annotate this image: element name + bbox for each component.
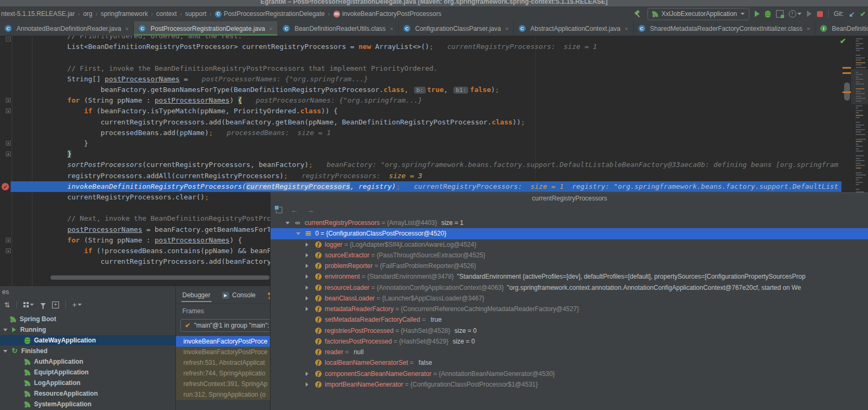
breakpoint-icon[interactable]: ✓ <box>2 183 9 190</box>
code-line[interactable]: if (beanFactory.isTypeMatch(ppName, Prio… <box>34 106 338 116</box>
error-stripe-mark[interactable] <box>842 67 851 69</box>
stop-button[interactable] <box>817 11 823 17</box>
chevron-right-icon[interactable] <box>306 264 308 268</box>
service-item-finished[interactable]: ↻Finished <box>0 346 175 356</box>
fold-marker-icon[interactable]: ∨ <box>6 98 11 103</box>
variable-row[interactable]: fcomponentScanBeanNameGenerator = {Annot… <box>271 369 868 379</box>
variable-row[interactable]: fregistriesPostProcessed = {HashSet@4528… <box>271 325 868 336</box>
breadcrumb-item[interactable]: org <box>83 10 92 18</box>
close-icon[interactable]: × <box>625 26 628 32</box>
editor-tab[interactable]: CSharedMetadataReaderFactoryContextIniti… <box>634 21 815 36</box>
variable-row[interactable]: fproblemReporter = {FailFastProblemRepor… <box>271 261 868 271</box>
code-line[interactable]: if (!processedBeans.contains(ppName) && … <box>34 246 275 256</box>
variable-row[interactable]: ∞currentRegistryProcessors = {ArrayList@… <box>271 217 868 228</box>
breadcrumb-item[interactable]: minvokeBeanFactoryPostProcessors <box>333 10 442 18</box>
copy-value-icon[interactable] <box>276 207 282 213</box>
back-icon[interactable]: ← <box>291 206 298 214</box>
breadcrumb-item[interactable]: springframework <box>100 10 148 18</box>
code-line[interactable]: postProcessorNames = beanFactory.getBean… <box>34 224 275 235</box>
code-line[interactable]: processedBeans.add(ppName);processedBean… <box>34 128 331 138</box>
close-icon[interactable]: × <box>505 26 508 32</box>
code-line[interactable]: invokeBeanDefinitionRegistryPostProcesso… <box>34 181 838 192</box>
breadcrumb-item[interactable]: ntext-5.1.15.RELEASE.jar <box>1 10 75 18</box>
variable-row[interactable]: fbeanClassLoader = {Launcher$AppClassLoa… <box>271 293 868 304</box>
code-line[interactable]: for (String ppName : postProcessorNames)… <box>34 95 422 106</box>
service-item-systemapplication[interactable]: SystemApplication <box>0 399 175 409</box>
close-icon[interactable]: × <box>390 26 393 32</box>
variable-row[interactable]: flogger = {LogAdapter$Slf4jLocationAware… <box>271 239 868 250</box>
chevron-right-icon[interactable] <box>306 253 308 257</box>
editor-tab[interactable]: CAnnotatedBeanDefinitionReader.java× <box>0 21 134 36</box>
chevron-down-icon[interactable] <box>3 350 7 353</box>
git-update-icon[interactable]: ↙ <box>849 10 855 18</box>
code-line[interactable]: currentRegistryProcessors.add(beanFactor… <box>34 117 525 128</box>
code-line[interactable]: // First, invoke the BeanDefinitionRegis… <box>34 63 437 74</box>
code-line[interactable]: beanFactory.getBeanNamesForType(BeanDefi… <box>34 85 499 95</box>
git-commit-icon[interactable]: ✔ <box>860 10 866 18</box>
variable-row[interactable]: fimportBeanNameGenerator = {Configuratio… <box>271 379 868 390</box>
breadcrumb-item[interactable]: CPostProcessorRegistrationDelegate <box>215 10 325 18</box>
code-line[interactable]: } <box>34 149 71 160</box>
variable-row[interactable]: fmetadataReaderFactory = {ConcurrentRefe… <box>271 304 868 314</box>
chevron-down-icon[interactable] <box>285 222 290 224</box>
chevron-down-icon[interactable] <box>296 232 300 235</box>
breadcrumb-item[interactable]: context <box>156 10 177 18</box>
editor-tab[interactable]: IBeanDefinitionRegistryPos <box>815 21 868 36</box>
code-line[interactable]: for (String ppName : postProcessorNames)… <box>34 235 242 246</box>
filter-icon[interactable] <box>40 303 46 306</box>
chevron-right-icon[interactable] <box>306 372 308 376</box>
chevron-right-icon[interactable] <box>306 307 308 311</box>
chevron-right-icon[interactable] <box>306 242 308 247</box>
run-button[interactable] <box>755 11 760 17</box>
variable-row[interactable]: fresourceLoader = {AnnotationConfigAppli… <box>271 282 868 293</box>
debug-button[interactable] <box>765 11 771 18</box>
horizontal-scrollbar[interactable] <box>50 275 269 280</box>
add-icon[interactable]: + <box>72 300 82 309</box>
code-line[interactable]: registryProcessors.addAll(currentRegistr… <box>34 171 422 181</box>
group-by-icon[interactable] <box>23 302 34 307</box>
service-item-equiptapplication[interactable]: EquiptApplication <box>0 367 175 378</box>
profiler-button[interactable] <box>789 10 802 18</box>
build-icon[interactable] <box>634 10 642 18</box>
fold-marker-icon[interactable]: ∨ <box>6 248 11 253</box>
code-line[interactable]: currentRegistryProcessors.clear(); <box>34 192 209 203</box>
code-line[interactable]: // PriorityOrdered, Ordered, and the res… <box>34 36 242 41</box>
add-service-icon[interactable]: + <box>52 302 59 308</box>
collapse-all-icon[interactable]: ⇅ <box>4 301 10 309</box>
variable-row[interactable]: flocalBeanNameGeneratorSet = false <box>271 357 868 368</box>
service-item-gatewayapplication[interactable]: GateWayApplication <box>0 335 175 346</box>
editor-tab[interactable]: CAbstractApplicationContext.java× <box>514 21 634 36</box>
fold-marker-icon[interactable]: ∧ <box>6 141 11 146</box>
tab-debugger[interactable]: Debugger <box>182 291 210 299</box>
inspections-ok-icon[interactable]: ✔ <box>840 37 846 45</box>
service-item-logapplication[interactable]: LogApplication <box>0 378 175 388</box>
variable-row[interactable]: 0 = {ConfigurationClassPostProcessor@452… <box>271 228 868 239</box>
service-item-spring-boot[interactable]: Spring Boot <box>0 314 175 324</box>
run-configuration-select[interactable]: XxlJobExecutorApplication <box>647 8 749 20</box>
close-icon[interactable]: × <box>807 26 810 32</box>
variable-row[interactable]: fenvironment = {StandardEnvironment@3478… <box>271 271 868 282</box>
chevron-right-icon[interactable] <box>306 382 308 387</box>
service-item-authapplication[interactable]: AuthApplication <box>0 356 175 367</box>
code-line[interactable]: } <box>34 138 88 149</box>
variable-row[interactable]: fsetMetadataReaderFactoryCalled = true <box>271 314 868 325</box>
variable-row[interactable]: freader = null <box>271 347 868 357</box>
code-line[interactable]: String[] postProcessorNames =postProcess… <box>34 74 368 85</box>
fold-marker-icon[interactable]: ∨ <box>6 238 11 242</box>
editor-tab[interactable]: CPostProcessorRegistrationDelegate.java× <box>134 21 278 36</box>
chevron-down-icon[interactable] <box>3 329 7 331</box>
coverage-button[interactable] <box>776 10 783 18</box>
tab-console[interactable]: ▶ Console <box>222 291 256 299</box>
breadcrumb-item[interactable]: support <box>185 10 206 18</box>
fold-marker-icon[interactable]: − <box>6 37 11 41</box>
close-icon[interactable]: × <box>125 26 129 32</box>
error-stripe-mark[interactable] <box>842 72 851 74</box>
code-line[interactable]: currentRegistryProcessors.add(beanFactor… <box>34 256 275 267</box>
chevron-right-icon[interactable] <box>306 286 308 290</box>
editor-tab[interactable]: CConfigurationClassParser.java× <box>399 21 514 36</box>
variable-row[interactable]: fsourceExtractor = {PassThroughSourceExt… <box>271 250 868 261</box>
service-item-running[interactable]: Running <box>0 324 175 335</box>
service-item-resourceapplication[interactable]: ResourceApplication <box>0 388 175 399</box>
variable-row[interactable]: ffactoriesPostProcessed = {HashSet@4529}… <box>271 336 868 347</box>
code-line[interactable]: List<BeanDefinitionRegistryPostProcessor… <box>34 41 597 52</box>
